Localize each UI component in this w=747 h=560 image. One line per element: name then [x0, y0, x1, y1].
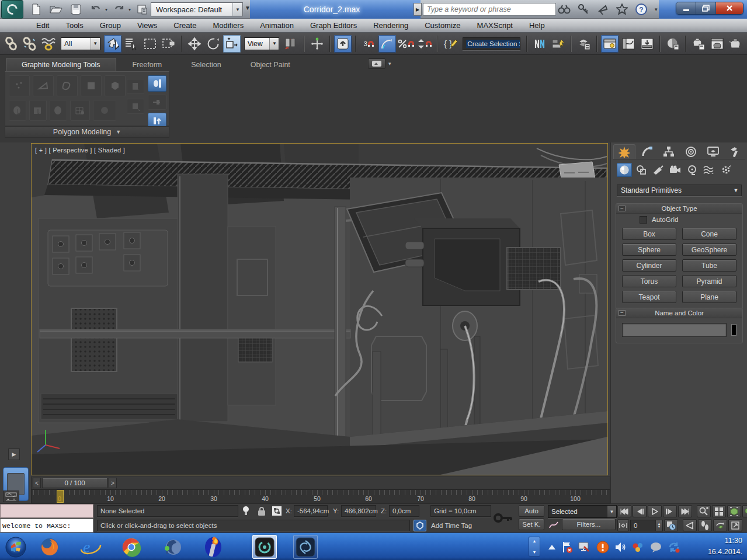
x-coordinate-field[interactable]: -564,94cm: [294, 505, 328, 517]
tab-selection[interactable]: Selection: [178, 58, 234, 71]
menu-create[interactable]: Create: [165, 21, 204, 30]
volume-tray-icon[interactable]: [614, 541, 626, 553]
curve-editor-button[interactable]: [620, 35, 637, 53]
category-helpers[interactable]: [685, 163, 700, 177]
orbit-button[interactable]: [713, 519, 727, 531]
scroll-down-icon[interactable]: ▼: [533, 550, 537, 554]
select-and-move-button[interactable]: [186, 35, 203, 53]
vertex-mode-button[interactable]: [9, 75, 30, 96]
workspace-dropdown-arrow[interactable]: ▼: [232, 3, 242, 16]
tab-modify[interactable]: [637, 144, 658, 159]
search-binoculars-icon[interactable]: [558, 4, 571, 15]
communication-center-icon[interactable]: [596, 4, 609, 15]
selection-filter-arrow[interactable]: ▼: [91, 38, 100, 50]
collapse-rollout-icon[interactable]: −: [619, 206, 626, 211]
perspective-viewport[interactable]: [ + ] [ Perspective ] [ Shaded ]: [31, 143, 608, 475]
tab-utilities[interactable]: [724, 144, 745, 159]
time-configuration-button[interactable]: [664, 519, 678, 531]
taskbar-clock[interactable]: 11:30 16.4.2014.: [708, 535, 742, 558]
maxscript-mini-listener-input[interactable]: [0, 504, 93, 518]
window-crossing-toggle-button[interactable]: [160, 35, 178, 53]
category-lights[interactable]: [651, 163, 666, 177]
edge-mode-button[interactable]: [33, 75, 54, 96]
select-cylinder-1-button[interactable]: [9, 100, 26, 121]
reference-coordinate-dropdown[interactable]: View ▼: [244, 37, 280, 50]
help-dropdown-caret[interactable]: ▾: [655, 6, 658, 12]
render-production-button[interactable]: [727, 35, 745, 53]
taskbar-teamspeak-icon[interactable]: [160, 535, 185, 559]
polygon-modeling-header[interactable]: Polygon Modeling ▼: [5, 126, 169, 138]
next-frame-slider-button[interactable]: >: [109, 478, 117, 488]
pan-walkthrough-button[interactable]: [698, 519, 712, 531]
tab-freeform[interactable]: Freeform: [120, 58, 175, 71]
angle-snap-toggle-button[interactable]: [378, 35, 396, 53]
go-to-end-button[interactable]: [678, 505, 692, 517]
current-frame-field[interactable]: 0 ▲▼: [630, 520, 663, 531]
track-bar[interactable]: 0 10 20 30 40 50 60 70 80 90 100: [31, 489, 610, 503]
menu-customize[interactable]: Customize: [416, 21, 468, 30]
collapse-rollout-icon[interactable]: −: [619, 310, 626, 316]
menu-rendering[interactable]: Rendering: [365, 21, 416, 30]
plane-button[interactable]: Plane: [682, 291, 736, 303]
select-and-manipulate-button[interactable]: [308, 35, 326, 53]
menu-tools[interactable]: Tools: [57, 21, 91, 30]
material-editor-button[interactable]: [664, 35, 682, 53]
taskbar-3dsmax-secondary-icon[interactable]: [293, 535, 318, 559]
tab-display[interactable]: [703, 144, 724, 159]
select-cylinder-3-button[interactable]: [50, 100, 67, 121]
autogrid-checkbox[interactable]: [640, 216, 647, 224]
workspace-selector[interactable]: Workspace: Default ▼: [151, 2, 243, 16]
percent-snap-toggle-button[interactable]: [397, 35, 415, 53]
select-by-angle-button[interactable]: [70, 100, 90, 121]
redo-button[interactable]: [111, 2, 127, 17]
key-filters-button[interactable]: Filters...: [562, 519, 616, 530]
isolate-selection-toggle-button[interactable]: [414, 520, 426, 531]
save-file-button[interactable]: [68, 2, 84, 17]
previous-frame-button[interactable]: [633, 505, 647, 517]
torus-button[interactable]: Torus: [622, 275, 676, 287]
maxscript-mini-listener-output[interactable]: Welcome to MAXSc:: [0, 519, 93, 533]
dope-sheet-button[interactable]: [638, 35, 656, 53]
set-keys-button[interactable]: [494, 506, 513, 530]
keyboard-shortcut-override-button[interactable]: [334, 35, 352, 53]
infocenter-search[interactable]: [423, 3, 556, 16]
category-cameras[interactable]: [668, 163, 683, 177]
rendered-frame-window-button[interactable]: [708, 35, 726, 53]
sphere-button[interactable]: Sphere: [622, 244, 676, 256]
edit-named-selection-sets-button[interactable]: { }: [442, 35, 459, 53]
time-slider-track[interactable]: < 0 / 100 >: [31, 476, 610, 489]
y-coordinate-field[interactable]: 466,802cm: [341, 505, 376, 517]
soft-selection-button[interactable]: [93, 100, 116, 121]
subscription-key-icon[interactable]: [578, 4, 589, 15]
default-in-out-tangents-button[interactable]: [548, 519, 560, 531]
go-to-start-button[interactable]: [617, 505, 631, 517]
set-key-button[interactable]: Set K.: [519, 519, 544, 530]
snaps-toggle-3d-button[interactable]: 3: [360, 35, 377, 53]
frame-spinner[interactable]: ▲▼: [655, 520, 662, 531]
zoom-extents-button[interactable]: [727, 505, 741, 517]
colorful-app-tray-icon[interactable]: [631, 541, 644, 553]
align-button[interactable]: [550, 35, 567, 53]
unpin-stack-button[interactable]: [127, 99, 144, 114]
search-input[interactable]: [423, 4, 555, 15]
favorites-star-icon[interactable]: [616, 4, 628, 15]
select-by-name-button[interactable]: [123, 35, 140, 53]
add-time-tag[interactable]: Add Time Tag: [431, 522, 472, 529]
cylinder-button[interactable]: Cylinder: [622, 259, 676, 272]
box-button[interactable]: Box: [622, 228, 676, 240]
toggle-command-panel-button[interactable]: [148, 75, 166, 92]
taskbar-torch-app-icon[interactable]: [201, 535, 225, 559]
key-filter-arrow[interactable]: ▼: [607, 506, 616, 517]
select-object-button[interactable]: [104, 35, 121, 53]
select-and-scale-button[interactable]: [223, 35, 241, 53]
start-button[interactable]: [4, 535, 28, 559]
menu-animation[interactable]: Animation: [252, 21, 302, 30]
element-mode-button[interactable]: [105, 75, 126, 96]
display-settings-tray-icon[interactable]: [578, 541, 591, 553]
redo-dropdown-caret[interactable]: ▾: [128, 7, 131, 12]
z-coordinate-field[interactable]: 0,0cm: [389, 505, 419, 517]
time-slider-handle[interactable]: 0 / 100: [42, 478, 107, 488]
auto-key-button[interactable]: Auto: [519, 505, 544, 517]
category-space-warps[interactable]: [701, 163, 717, 177]
key-filter-dropdown[interactable]: Selected ▼: [548, 505, 617, 518]
